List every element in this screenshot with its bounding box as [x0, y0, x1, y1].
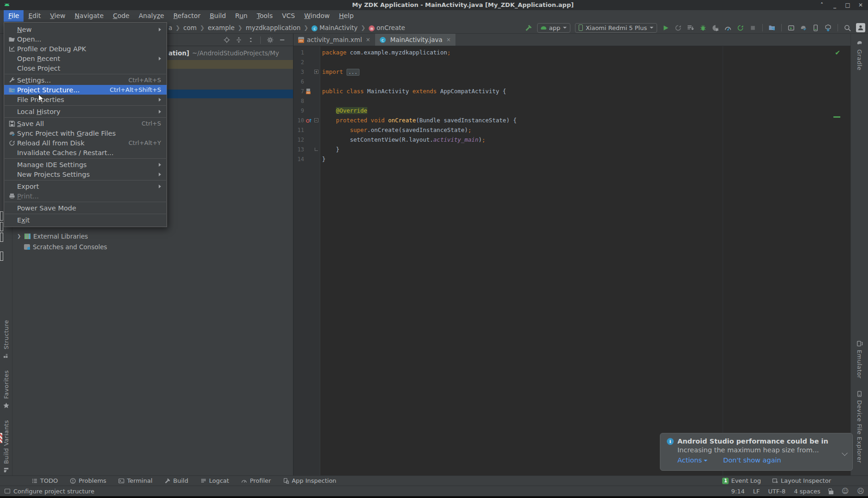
menu-code[interactable]: Code — [108, 10, 134, 22]
stripe-button-device-file-explorer[interactable]: Device File Explorer — [856, 390, 863, 463]
toolwindow-terminal[interactable]: Terminal — [118, 477, 152, 484]
code-line-8[interactable]: 8 — [293, 96, 850, 106]
lock-icon[interactable] — [829, 491, 833, 494]
device-select[interactable]: Xiaomi Redmi 5 Plus — [575, 23, 657, 33]
menu-edit[interactable]: Edit — [24, 10, 45, 22]
fold-plus-icon[interactable]: + — [314, 70, 318, 74]
happy-face-icon[interactable]: ☺ — [842, 487, 849, 495]
menu-tools[interactable]: Tools — [252, 10, 277, 22]
notification-dismiss-link[interactable]: Don't show again — [723, 456, 781, 464]
collapse-all-icon[interactable] — [247, 36, 254, 43]
code-line-9[interactable]: 9 @Override — [293, 106, 850, 115]
menu-item-reload-all-from-disk[interactable]: Reload All from DiskCtrl+Alt+Y — [4, 138, 167, 148]
menu-build[interactable]: Build — [205, 10, 230, 22]
breadcrumb-item-com[interactable]: com — [183, 24, 197, 31]
toolwindow-problems[interactable]: Problems — [70, 477, 106, 484]
notification-actions-link[interactable]: Actions — [677, 456, 707, 464]
menu-item-close-project[interactable]: Close Project — [4, 63, 167, 73]
menu-item-profile-or-debug-apk[interactable]: Profile or Debug APK — [4, 44, 167, 54]
sad-face-icon[interactable]: ☹ — [857, 487, 864, 495]
menu-item-file-properties[interactable]: File Properties — [4, 95, 167, 104]
menu-run[interactable]: Run — [231, 10, 252, 22]
toolwindow-logcat[interactable]: Logcat — [200, 477, 229, 484]
breadcrumb-item-oncreate[interactable]: monCreate — [369, 24, 405, 31]
close-tab-icon[interactable]: × — [365, 36, 370, 43]
menu-item-local-history[interactable]: Local History — [4, 107, 167, 116]
toolwindow-app-inspection[interactable]: App Inspection — [283, 477, 336, 484]
error-stripe-mark[interactable] — [833, 116, 840, 118]
code-line-11[interactable]: 11 super.onCreate(savedInstanceState); — [293, 125, 850, 135]
build-hammer-icon[interactable] — [525, 24, 533, 32]
stripe-button-favorites[interactable]: Favorites — [3, 370, 10, 408]
breadcrumb-item-myzdkapplication[interactable]: myzdkapplication — [245, 24, 300, 31]
apply-code-changes-icon[interactable] — [736, 24, 744, 32]
fold-minus-icon[interactable]: − — [314, 118, 318, 122]
menu-item-new[interactable]: New — [4, 24, 167, 34]
device-manager-icon[interactable] — [812, 24, 820, 32]
chevron-right-icon[interactable]: ❯ — [17, 232, 22, 241]
menu-item-settings[interactable]: Settings...Ctrl+Alt+S — [4, 75, 167, 85]
menu-item-manage-ide-settings[interactable]: Manage IDE Settings — [4, 160, 167, 169]
menu-item-open-recent[interactable]: Open Recent — [4, 54, 167, 63]
caret-position[interactable]: 9:14 — [731, 488, 745, 495]
intention-bulb-icon[interactable] — [323, 108, 328, 114]
toolwindow-todo[interactable]: TODO — [31, 477, 58, 484]
maximize-button[interactable]: □ — [845, 2, 850, 8]
indent-setting[interactable]: 4 spaces — [794, 488, 820, 495]
code-line-3[interactable]: 3+import ... — [293, 67, 850, 77]
avatar[interactable] — [856, 23, 865, 32]
close-button[interactable]: ✕ — [858, 2, 863, 8]
menu-item-power-save-mode[interactable]: Power Save Mode — [4, 203, 167, 213]
code-line-1[interactable]: 1package com.example.myzdkapplication; — [293, 48, 850, 57]
code-line-6[interactable]: 6 — [293, 77, 850, 86]
code-line-7[interactable]: 7<>public class MainActivity extends App… — [293, 86, 850, 96]
profiler-icon[interactable] — [724, 24, 732, 32]
tab-MainActivity.java[interactable]: cMainActivity.java× — [375, 34, 455, 46]
menu-item-project-structure[interactable]: Project Structure...Ctrl+Alt+Shift+S — [4, 85, 167, 95]
run-icon[interactable] — [662, 24, 670, 32]
breadcrumb-item-a[interactable]: a — [168, 24, 172, 31]
stripe-button-emulator[interactable]: Emulator — [856, 340, 863, 378]
close-tab-icon[interactable]: × — [446, 36, 451, 43]
stripe-button-structure[interactable]: Structure — [3, 320, 10, 359]
rollup-button[interactable]: ˄ — [819, 2, 825, 8]
toolwindow-build[interactable]: Build — [164, 477, 188, 484]
run-configuration-select[interactable]: app — [537, 23, 570, 33]
crosshair-icon[interactable] — [223, 36, 230, 43]
menu-navigate[interactable]: Navigate — [70, 10, 108, 22]
project-structure-icon[interactable] — [768, 24, 776, 31]
menu-item-open[interactable]: Open... — [4, 34, 167, 44]
tab-activity_main.xml[interactable]: activity_main.xml× — [293, 34, 375, 46]
menu-item-exit[interactable]: Exit — [4, 215, 167, 225]
menu-item-invalidate-caches-restart[interactable]: Invalidate Caches / Restart... — [4, 148, 167, 157]
code-line-12[interactable]: 12 setContentView(R.layout.activity_main… — [293, 135, 850, 144]
breadcrumb-item-example[interactable]: example — [208, 24, 234, 31]
code-editor[interactable]: 1package com.example.myzdkapplication;23… — [293, 46, 850, 475]
expand-all-icon[interactable] — [235, 36, 242, 43]
menu-item-save-all[interactable]: Save AllCtrl+S — [4, 119, 167, 128]
toolwindow-event-log[interactable]: 1Event Log — [722, 477, 761, 484]
minimize-button[interactable]: _ — [832, 2, 838, 8]
menu-vcs[interactable]: VCS — [277, 10, 299, 22]
code-line-10[interactable]: 10− protected void onCreate(Bundle saved… — [293, 115, 850, 125]
code-line-14[interactable]: 14} — [293, 154, 850, 164]
menu-item-export[interactable]: Export — [4, 181, 167, 191]
menu-item-sync-project-with-gradle-files[interactable]: Sync Project with Gradle Files — [4, 128, 167, 138]
menu-file[interactable]: File — [4, 10, 24, 22]
menu-refactor[interactable]: Refactor — [169, 10, 205, 22]
code-line-2[interactable]: 2 — [293, 57, 850, 67]
run-window-icon[interactable] — [787, 24, 795, 32]
menu-help[interactable]: Help — [334, 10, 358, 22]
stripe-button-gradle[interactable]: Gradle — [856, 39, 863, 71]
inspections-ok-icon[interactable]: ✔ — [835, 49, 840, 56]
line-ending[interactable]: LF — [753, 488, 760, 495]
code-line-13[interactable]: 13 } — [293, 144, 850, 154]
apply-changes-icon[interactable] — [687, 24, 694, 32]
file-encoding[interactable]: UTF-8 — [768, 488, 785, 495]
tree-item-external-libraries[interactable]: ❯ External Libraries — [12, 232, 293, 241]
gradle-sync-icon[interactable] — [800, 24, 807, 31]
debug-icon[interactable] — [699, 24, 707, 32]
tree-item-scratches-and-consoles[interactable]: Scratches and Consoles — [12, 242, 293, 252]
menu-item-new-projects-settings[interactable]: New Projects Settings — [4, 169, 167, 179]
menu-analyze[interactable]: Analyze — [134, 10, 168, 22]
